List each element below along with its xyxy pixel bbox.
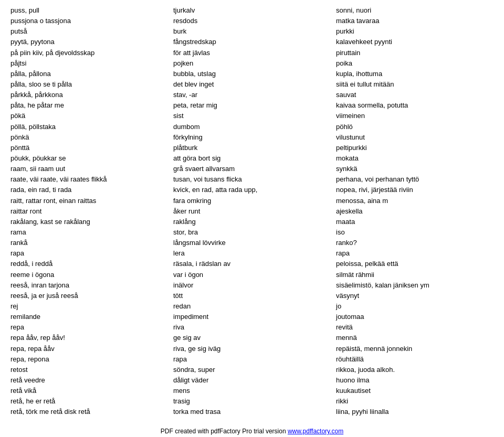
column-3: sonni, nuorimatka tavaraapurkkikalavehke… [336,5,494,417]
list-item: mokata [336,153,494,164]
list-item: att göra bort sig [173,153,331,164]
list-item: huono ilma [336,375,494,386]
list-item: retå vikå [10,386,168,396]
list-item: synkkä [336,164,494,174]
list-item: grå svaert allvarsam [173,164,331,174]
list-item: retå, he er retå [10,396,168,407]
list-item: kalavehkeet pyynti [336,37,494,47]
list-item: poika [336,58,494,69]
list-item: raklång [173,217,331,227]
list-item: riva [173,322,331,333]
list-item: dumbom [173,122,331,132]
list-item: rikki [336,396,494,407]
list-item: rakålang, kast se rakålang [10,217,168,227]
list-item: reddå, i reddå [10,259,168,269]
column-2: tjurkalvresdodsburkfångstredskapför att … [173,5,336,417]
list-item: rapa [336,248,494,259]
list-item: rapa [10,248,168,259]
list-item: för att jävlas [173,48,331,58]
list-item: väsynyt [336,291,494,301]
footer: PDF created with pdfFactory Pro trial ve… [10,428,494,435]
list-item: peta, retar mig [173,100,331,111]
list-item: pålla, pållona [10,69,168,79]
list-item: remilande [10,312,168,322]
list-item: resdods [173,16,331,26]
list-item: bubbla, utslag [173,69,331,79]
list-item: reeså, ja er juså reeså [10,291,168,301]
list-item: pökä [10,111,168,121]
list-item: det blev inget [173,79,331,90]
list-item: repäistä, mennä jonnekin [336,344,494,354]
list-item: pårkkå, pårkkona [10,90,168,100]
list-item: raate, väi raate, väi raates flikkå [10,174,168,185]
list-item: kuukautiset [336,386,494,396]
list-item: viimeinen [336,111,494,121]
list-item: revitä [336,322,494,333]
list-item: fångstredskap [173,37,331,47]
list-item: stor, bra [173,227,331,238]
list-item: pönkä [10,132,168,143]
list-item: peloissa, pelkää että [336,259,494,269]
footer-link[interactable]: www.pdffactory.com [288,428,343,435]
list-item: räsala, i rädslan av [173,259,331,269]
list-item: ranko? [336,238,494,248]
list-item: rapa [173,354,331,365]
list-item: liina, pyyhi liinalla [336,407,494,417]
list-item: siitä ei tullut mitään [336,79,494,90]
list-item: var i ögon [173,270,331,280]
list-item: pålla, sloo se ti pålla [10,79,168,90]
list-item: pussjona o tassjona [10,16,168,26]
list-item: raam, sii raam uut [10,164,168,174]
list-item: fara omkring [173,196,331,206]
list-item: repa [10,322,168,333]
list-item: pöllä, pöllstaka [10,122,168,132]
list-item: kvick, en rad, atta rada upp, [173,185,331,195]
list-item: rada, ein rad, ti rada [10,185,168,195]
list-item: raitt, rattar ront, einan raittas [10,196,168,206]
list-item: peltipurkki [336,143,494,153]
list-item: menossa, aina m [336,196,494,206]
list-item: pönttä [10,143,168,153]
list-item: piruttain [336,48,494,58]
list-item: perhana, voi perhanan tyttö [336,174,494,185]
list-item: sisäelimistö, kalan jäniksen ym [336,280,494,291]
main-content: puss, pullpussjona o tassjonaputsåpyytä,… [10,5,494,435]
list-item: pöhlö [336,122,494,132]
list-item: sonni, nuori [336,5,494,16]
list-item: torka med trasa [173,407,331,417]
list-item: trasig [173,396,331,407]
list-item: på piin kiiv, på djevoldsskap [10,48,168,58]
list-item: röuhtäillä [336,354,494,365]
list-item: rikkoa, juoda alkoh. [336,365,494,375]
three-column-layout: puss, pullpussjona o tassjonaputsåpyytä,… [10,5,494,417]
list-item: kaivaa sormella, potutta [336,100,494,111]
list-item: matka tavaraa [336,16,494,26]
list-item: redan [173,301,331,312]
list-item: reeme i ögona [10,270,168,280]
list-item: sist [173,111,331,121]
list-item: ge sig av [173,333,331,343]
list-item: långsmal lövvirke [173,238,331,248]
footer-text: PDF created with pdfFactory Pro trial ve… [161,428,288,435]
list-item: repa ååv, rep ååv! [10,333,168,343]
list-item: förkylning [173,132,331,143]
list-item: reeså, inran tarjona [10,280,168,291]
list-item: iso [336,227,494,238]
list-item: repa, repa ååv [10,344,168,354]
list-item: putså [10,26,168,37]
list-item: silmät rähmii [336,270,494,280]
list-item: riva, ge sig iväg [173,344,331,354]
column-1: puss, pullpussjona o tassjonaputsåpyytä,… [10,5,173,417]
list-item: påjtsi [10,58,168,69]
list-item: tött [173,291,331,301]
list-item: nopea, rivi, järjestää riviin [336,185,494,195]
list-item: ajeskella [336,206,494,217]
list-item: burk [173,26,331,37]
list-item: kupla, ihottuma [336,69,494,79]
list-item: sauvat [336,90,494,100]
list-item: pöukk, pöukkar se [10,153,168,164]
list-item: maata [336,217,494,227]
list-item: rej [10,301,168,312]
list-item: inälvor [173,280,331,291]
list-item: raittar ront [10,206,168,217]
